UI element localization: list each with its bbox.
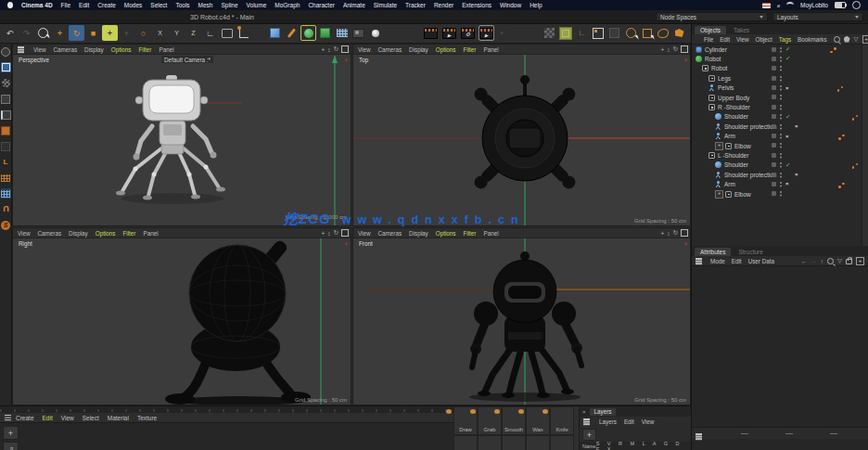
menu-mesh[interactable]: Mesh <box>198 2 213 8</box>
menu-tools[interactable]: Tools <box>175 2 189 8</box>
maximize-view-icon[interactable] <box>681 45 688 53</box>
mat-menu-create[interactable]: Create <box>16 415 34 421</box>
layer-toggle[interactable] <box>772 124 776 129</box>
snap-grid-button[interactable] <box>542 25 557 41</box>
render-settings-button[interactable] <box>460 25 476 41</box>
pan-icon[interactable]: + <box>322 46 326 53</box>
layer-toggle[interactable] <box>772 114 776 119</box>
obj-menu-view[interactable]: View <box>736 36 749 43</box>
workplane-box-button[interactable] <box>219 25 235 41</box>
layer-toggle[interactable] <box>772 191 776 196</box>
pan-icon[interactable]: + <box>661 230 665 237</box>
dolly-icon[interactable]: ↕ <box>667 230 670 237</box>
apple-icon[interactable] <box>7 2 13 8</box>
rotate-view-icon[interactable]: ↻ <box>334 45 338 53</box>
obj-menu-edit[interactable]: Edit <box>720 36 730 43</box>
layer-toggle[interactable] <box>772 76 776 81</box>
maximize-view-icon[interactable] <box>341 45 349 53</box>
menu-volume[interactable]: Volume <box>247 2 267 8</box>
brush-tile[interactable] <box>453 435 478 450</box>
tree-row[interactable]: Robot <box>692 64 862 73</box>
menu-extensions[interactable]: Extensions <box>462 2 491 8</box>
vpmenu-view[interactable]: View <box>18 230 31 237</box>
battery-icon[interactable] <box>835 2 846 8</box>
menu-select[interactable]: Select <box>150 2 167 8</box>
scale-button[interactable]: ■ <box>85 25 101 41</box>
hamburger-icon[interactable] <box>583 418 590 419</box>
texture-tag-icon[interactable] <box>830 47 836 54</box>
model-mode-button[interactable] <box>1 62 11 72</box>
subdivision-surface-button[interactable] <box>300 25 316 41</box>
tab-objects[interactable]: Objects <box>695 26 726 34</box>
render-animation-button[interactable] <box>441 25 457 41</box>
object-label[interactable]: L -Shoulder <box>718 152 748 159</box>
visibility-dots[interactable] <box>780 66 782 68</box>
rotate-button[interactable]: ↻ <box>69 25 84 41</box>
rotate-view-icon[interactable]: ↻ <box>334 229 338 237</box>
rotate-view-icon[interactable]: ↻ <box>673 229 678 237</box>
menu-render[interactable]: Render <box>434 2 453 8</box>
brush-tile[interactable] <box>526 435 550 450</box>
camera-label[interactable]: Default Camera :* <box>161 56 213 63</box>
search-icon[interactable] <box>834 36 840 43</box>
menu-cinema4d[interactable]: Cinema 4D <box>21 2 53 8</box>
menu-simulate[interactable]: Simulate <box>374 2 397 8</box>
layer-toggle[interactable] <box>772 173 776 177</box>
lock-x-button[interactable]: X <box>152 25 168 41</box>
vpmenu-display[interactable]: Display <box>409 46 428 53</box>
menu-spline[interactable]: Spline <box>222 2 238 8</box>
wifi-icon[interactable] <box>786 2 794 8</box>
add-layer-button[interactable]: + <box>582 429 596 441</box>
visibility-dots[interactable] <box>780 57 782 58</box>
tree-row[interactable]: Pelvis <box>692 84 862 93</box>
render-add-button[interactable]: + <box>497 28 506 37</box>
vpmenu-filter[interactable]: Filter <box>463 230 476 237</box>
lock-z-button[interactable]: Z <box>185 25 201 41</box>
add-material-button[interactable]: + <box>3 426 19 440</box>
vpmenu-options[interactable]: Options <box>111 46 132 53</box>
vpmenu-display[interactable]: Display <box>69 230 88 237</box>
layer-toggle[interactable] <box>772 182 776 186</box>
undo-button[interactable]: ↶ <box>2 25 18 41</box>
hamburger-icon[interactable] <box>5 415 11 416</box>
input-language-flag-icon[interactable] <box>762 3 771 8</box>
brush-tile[interactable] <box>478 435 502 450</box>
maximize-view-icon[interactable] <box>681 229 688 237</box>
vpmenu-options[interactable]: Options <box>96 230 116 237</box>
texture-tag-icon[interactable] <box>836 85 843 92</box>
vpmenu-filter[interactable]: Filter <box>122 230 135 237</box>
vpmenu-display[interactable]: Display <box>84 46 104 53</box>
vpmenu-options[interactable]: Options <box>436 230 456 237</box>
tree-row[interactable]: R -Shoulder <box>692 102 862 111</box>
attr-menu-userdata[interactable]: User Data <box>748 258 774 264</box>
spline-pen-button[interactable] <box>284 25 300 41</box>
attr-menu-mode[interactable]: Mode <box>710 258 725 264</box>
layer-toggle[interactable] <box>772 57 776 61</box>
tab-layers[interactable]: Layers <box>590 408 617 416</box>
dolly-icon[interactable]: ↕ <box>327 46 330 53</box>
node-spaces-dropdown[interactable]: Node Spaces <box>656 12 768 21</box>
menu-file[interactable]: File <box>61 2 70 8</box>
layer-toggle[interactable] <box>772 66 776 71</box>
visibility-dots[interactable] <box>780 76 782 78</box>
coordinate-system-button[interactable]: ∟ <box>202 25 218 41</box>
visibility-dots[interactable] <box>780 95 782 96</box>
viewport-perspective[interactable]: View Cameras Display Options Filter Pane… <box>12 44 351 226</box>
menu-create[interactable]: Create <box>97 2 116 8</box>
object-label[interactable]: Shoulder protection <box>724 172 776 178</box>
mat-menu-edit[interactable]: Edit <box>43 415 53 421</box>
visibility-dots[interactable] <box>780 191 782 193</box>
visibility-dots[interactable] <box>780 85 782 87</box>
visibility-dots[interactable] <box>780 173 782 174</box>
layer-toggle[interactable] <box>772 95 776 99</box>
tree-row[interactable]: Arm <box>692 132 862 141</box>
layer-toggle[interactable] <box>772 105 776 109</box>
volume-builder-button[interactable] <box>317 25 333 41</box>
vpmenu-panel[interactable]: Panel <box>483 230 498 237</box>
funnel-icon[interactable]: ▽ <box>837 257 842 264</box>
object-label[interactable]: Robot <box>705 56 721 62</box>
expand-icon[interactable] <box>715 142 723 150</box>
vpmenu-cameras[interactable]: Cameras <box>54 46 78 53</box>
object-label[interactable]: Shoulder protection <box>724 123 776 130</box>
layer-toggle[interactable] <box>772 134 776 138</box>
